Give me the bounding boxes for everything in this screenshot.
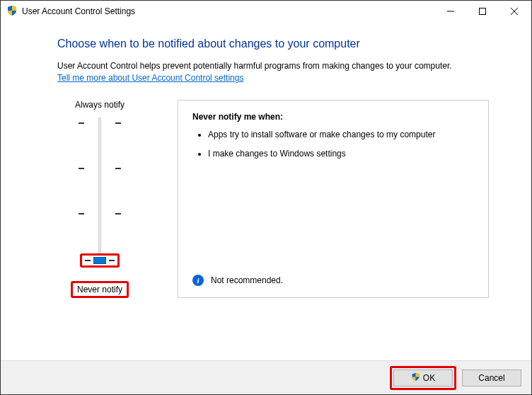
ok-button-label: OK <box>423 373 435 383</box>
titlebar: User Account Control Settings <box>1 1 531 22</box>
info-title: Never notify me when: <box>192 112 474 122</box>
slider-track[interactable] <box>79 117 121 273</box>
page-heading: Choose when to be notified about changes… <box>57 38 489 50</box>
info-panel: Never notify me when: Apps try to instal… <box>178 100 489 298</box>
info-bullet: Apps try to install software or make cha… <box>208 129 474 141</box>
cancel-button[interactable]: Cancel <box>462 370 521 387</box>
button-bar: OK Cancel <box>1 360 531 394</box>
slider-label-bottom: Never notify <box>71 281 129 298</box>
slider-label-top: Always notify <box>75 100 125 110</box>
content-area: Choose when to be notified about changes… <box>1 22 531 360</box>
recommendation-text: Not recommended. <box>211 275 283 285</box>
uac-settings-window: User Account Control Settings Choose whe… <box>0 0 532 395</box>
info-bullet: I make changes to Windows settings <box>208 148 474 160</box>
notification-slider: Always notify Never notify <box>57 100 142 298</box>
close-button[interactable] <box>498 1 530 21</box>
minimize-button[interactable] <box>434 1 466 21</box>
slider-tick <box>79 168 121 169</box>
uac-shield-icon <box>411 372 420 384</box>
maximize-button[interactable] <box>466 1 498 21</box>
description-text: User Account Control helps prevent poten… <box>57 60 489 71</box>
svg-rect-1 <box>479 8 485 15</box>
info-bullet-list: Apps try to install software or make cha… <box>192 129 474 167</box>
ok-button[interactable]: OK <box>393 370 453 387</box>
recommendation-row: i Not recommended. <box>192 261 474 286</box>
cancel-button-label: Cancel <box>478 373 504 383</box>
learn-more-link[interactable]: Tell me more about User Account Control … <box>57 73 243 83</box>
main-row: Always notify Never notify <box>57 100 489 298</box>
slider-tick <box>79 122 121 124</box>
slider-tick <box>79 213 121 214</box>
window-title: User Account Control Settings <box>22 6 434 16</box>
window-controls <box>434 1 530 21</box>
uac-shield-icon <box>6 5 18 18</box>
info-icon: i <box>192 275 204 286</box>
slider-thumb[interactable] <box>93 257 106 264</box>
slider-thumb-row <box>79 254 121 267</box>
